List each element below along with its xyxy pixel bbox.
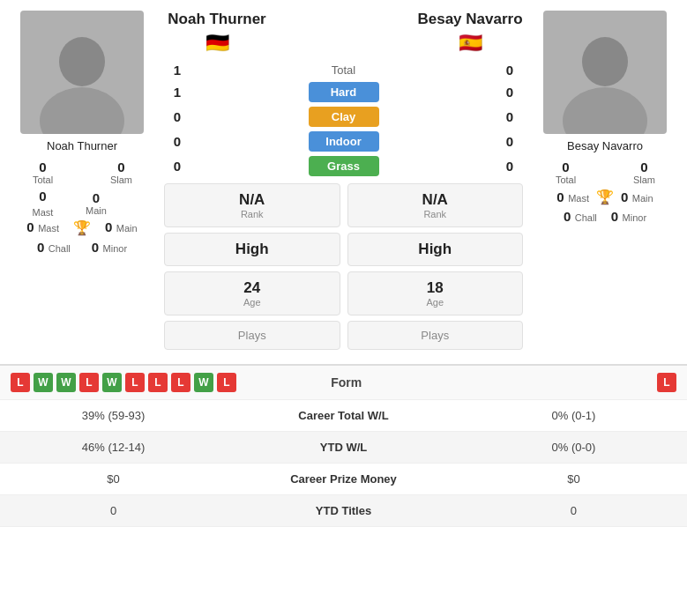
right-trophy-row: 0 Mast 🏆 0 Main: [530, 189, 680, 205]
right-score-grass: 0: [497, 159, 523, 174]
stat-left-0: 39% (59-93): [0, 400, 227, 432]
left-stat-chall: 0 Chall: [37, 240, 71, 256]
grass-badge: Grass: [190, 156, 497, 176]
right-name-block: Besay Navarro 🇪🇸: [417, 11, 523, 55]
left-form-badge-w: W: [102, 373, 122, 392]
left-stat-main: 0 Main: [86, 189, 157, 218]
left-rank-block: N/A Rank: [164, 183, 340, 227]
left-stat-main2: 0 Main: [105, 219, 138, 236]
stat-right-0: 0% (0-1): [460, 400, 687, 432]
two-info-cols: N/A Rank High 24 Age Plays N/A Rank: [164, 183, 523, 350]
clay-badge: Clay: [190, 107, 497, 127]
right-high-block: High: [347, 233, 524, 266]
center-column: Noah Thurner 🇩🇪 Besay Navarro 🇪🇸 1 Total…: [164, 11, 523, 350]
left-form-badge-l: L: [148, 373, 168, 392]
right-form-badge-l: L: [657, 373, 676, 392]
svg-point-3: [563, 87, 647, 134]
right-score-hard: 0: [497, 85, 523, 100]
right-player-avatar: [543, 11, 667, 134]
svg-point-1: [40, 87, 124, 134]
left-form-badge-l: L: [79, 373, 99, 392]
left-high-block: High: [164, 233, 340, 266]
scores-surfaces: 1 Total 0 1 Hard 0 0 Clay 0: [164, 62, 523, 176]
right-stat-minor: 0 Minor: [611, 209, 646, 225]
right-player-stats: 0 Total 0 Slam: [530, 160, 680, 185]
left-player-card: Noah Thurner 0 Total 0 Slam 0 Mast 0 Mai…: [7, 11, 157, 256]
stat-label-3: YTD Titles: [227, 495, 460, 527]
left-player-name: Noah Thurner: [47, 139, 117, 152]
bottom-section: LWWLWLLLWL Form L 39% (59-93) Career Tot…: [0, 364, 687, 527]
left-plays-block: Plays: [164, 321, 340, 350]
left-form-badge-w: W: [194, 373, 213, 392]
left-info-col: N/A Rank High 24 Age Plays: [164, 183, 340, 350]
right-score-indoor: 0: [497, 134, 523, 149]
form-label: Form: [236, 375, 457, 390]
left-form-badge-l: L: [217, 373, 236, 392]
left-score-total: 1: [164, 63, 190, 78]
score-row-total: 1 Total 0: [164, 62, 523, 78]
left-form-badges: LWWLWLLLWL: [11, 373, 236, 392]
right-player-name-center: Besay Navarro: [417, 11, 522, 28]
stat-left-1: 46% (12-14): [0, 432, 227, 464]
score-row-grass: 0 Grass 0: [164, 156, 523, 176]
right-form-badges: L: [457, 373, 677, 392]
right-chall-minor: 0 Chall 0 Minor: [530, 209, 680, 225]
left-score-indoor: 0: [164, 134, 190, 149]
left-flag: 🇩🇪: [205, 32, 229, 55]
stat-right-3: 0: [460, 495, 687, 527]
left-player-avatar: [20, 11, 144, 134]
left-stat-total: 0 Total: [7, 160, 78, 185]
left-form-badge-l: L: [125, 373, 145, 392]
total-label: Total: [190, 62, 497, 78]
left-age-block: 24 Age: [164, 271, 340, 315]
left-form-badge-w: W: [56, 373, 76, 392]
left-form-badge-l: L: [171, 373, 190, 392]
left-player-name-center: Noah Thurner: [168, 11, 265, 28]
stats-row-3: 0 YTD Titles 0: [0, 495, 687, 527]
right-trophy-icon: 🏆: [596, 189, 614, 205]
right-player-card: Besay Navarro 0 Total 0 Slam 0 Mast 🏆 0 …: [530, 11, 680, 225]
score-row-hard: 1 Hard 0: [164, 82, 523, 102]
left-stat-mast2: 0 Mast: [26, 219, 59, 236]
svg-point-0: [59, 37, 105, 86]
stats-row-0: 39% (59-93) Career Total W/L 0% (0-1): [0, 400, 687, 432]
score-row-indoor: 0 Indoor 0: [164, 131, 523, 152]
left-stat-minor: 0 Minor: [92, 240, 127, 256]
left-stat-slam: 0 Slam: [86, 160, 157, 185]
left-stat-mast: 0 Mast: [7, 189, 78, 218]
form-row: LWWLWLLLWL Form L: [0, 366, 687, 400]
left-player-stats: 0 Total 0 Slam 0 Mast 0 Main: [7, 160, 157, 218]
left-trophy-row: 0 Mast 🏆 0 Main: [7, 219, 157, 236]
stat-label-0: Career Total W/L: [227, 400, 460, 432]
stats-row-1: 46% (12-14) YTD W/L 0% (0-0): [0, 432, 687, 464]
left-trophy-icon: 🏆: [73, 219, 91, 236]
right-info-col: N/A Rank High 18 Age Plays: [347, 183, 524, 350]
left-score-clay: 0: [164, 109, 190, 124]
stat-left-2: $0: [0, 464, 227, 495]
hard-badge: Hard: [190, 82, 497, 102]
right-stat-total: 0 Total: [530, 160, 601, 185]
right-stat-mast: 0 Mast: [556, 189, 589, 205]
score-row-clay: 0 Clay 0: [164, 107, 523, 127]
main-layout: Noah Thurner 0 Total 0 Slam 0 Mast 0 Mai…: [0, 0, 687, 357]
right-score-total: 0: [497, 63, 523, 78]
left-form-badge-l: L: [11, 373, 30, 392]
stat-label-2: Career Prize Money: [227, 464, 460, 495]
names-row: Noah Thurner 🇩🇪 Besay Navarro 🇪🇸: [164, 11, 523, 55]
left-chall-minor: 0 Chall 0 Minor: [7, 240, 157, 256]
left-score-hard: 1: [164, 85, 190, 100]
right-stat-slam: 0 Slam: [609, 160, 680, 185]
right-plays-block: Plays: [347, 321, 524, 350]
svg-point-2: [582, 37, 628, 86]
left-name-block: Noah Thurner 🇩🇪: [164, 11, 270, 55]
stat-right-2: $0: [460, 464, 687, 495]
stat-label-1: YTD W/L: [227, 432, 460, 464]
right-flag: 🇪🇸: [459, 32, 482, 55]
left-form-badge-w: W: [34, 373, 53, 392]
indoor-badge: Indoor: [190, 131, 497, 152]
stats-row-2: $0 Career Prize Money $0: [0, 464, 687, 495]
right-rank-block: N/A Rank: [347, 183, 524, 227]
left-score-grass: 0: [164, 159, 190, 174]
right-stat-chall: 0 Chall: [564, 209, 597, 225]
stat-right-1: 0% (0-0): [460, 432, 687, 464]
